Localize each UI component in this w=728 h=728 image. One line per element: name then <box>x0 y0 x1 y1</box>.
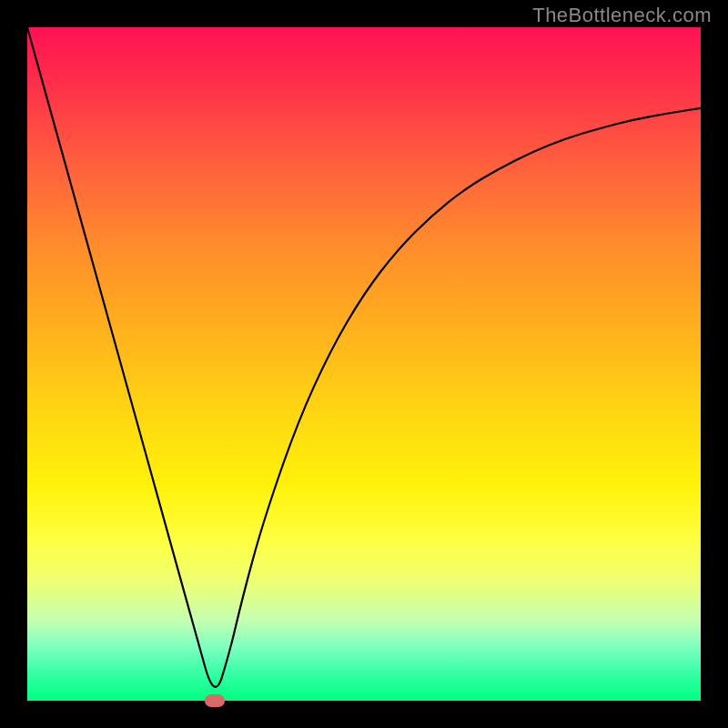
plot-area <box>27 27 701 701</box>
curve-path <box>27 27 701 687</box>
chart-container: TheBottleneck.com <box>0 0 728 728</box>
minimum-marker <box>205 694 225 707</box>
watermark-text: TheBottleneck.com <box>532 4 712 27</box>
curve-svg <box>27 27 701 701</box>
